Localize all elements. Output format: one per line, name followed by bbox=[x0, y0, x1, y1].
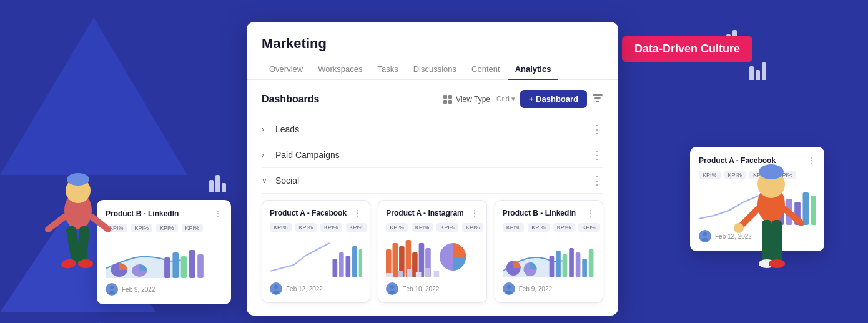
svg-rect-32 bbox=[569, 248, 574, 277]
view-type-button[interactable]: View Type Grid ▾ bbox=[443, 94, 515, 104]
svg-rect-31 bbox=[562, 254, 567, 277]
tab-overview[interactable]: Overview bbox=[262, 59, 310, 80]
kpi-badge: KPI% bbox=[131, 224, 153, 232]
page-title: Marketing bbox=[262, 36, 603, 52]
user-icon bbox=[700, 231, 710, 241]
facebook-chart bbox=[270, 237, 362, 277]
social-label: Social bbox=[275, 176, 591, 186]
leads-dots-menu[interactable]: ⋮ bbox=[591, 124, 603, 135]
svg-point-71 bbox=[734, 223, 744, 233]
svg-point-69 bbox=[759, 164, 784, 179]
svg-rect-6 bbox=[346, 256, 351, 277]
kpi-badge: KPI% bbox=[346, 223, 368, 232]
svg-rect-24 bbox=[434, 271, 440, 277]
instagram-card[interactable]: Product A - Instagram ⋮ KPI% KPI% KPI% K… bbox=[378, 200, 486, 303]
instagram-card-footer: Feb 10, 2022 bbox=[386, 282, 478, 295]
social-dots-menu[interactable]: ⋮ bbox=[591, 175, 603, 186]
svg-point-36 bbox=[507, 285, 511, 289]
paid-campaigns-label: Paid Campaigns bbox=[275, 150, 591, 160]
card-header: Marketing Overview Workspaces Tasks Disc… bbox=[247, 22, 618, 80]
float-left-footer: Feb 9, 2022 bbox=[106, 283, 222, 296]
linkedin-date: Feb 9, 2022 bbox=[519, 286, 552, 292]
float-left-chart bbox=[106, 237, 222, 278]
facebook-card-menu[interactable]: ⋮ bbox=[353, 208, 362, 218]
nav-tabs: Overview Workspaces Tasks Discussions Co… bbox=[247, 59, 618, 80]
kpi-badge: KPI% bbox=[156, 224, 178, 232]
svg-point-9 bbox=[274, 285, 278, 289]
float-left-header: Product B - LinkedIn ⋮ bbox=[106, 209, 222, 219]
instagram-chart bbox=[386, 237, 478, 277]
kpi-badge: KPI% bbox=[503, 223, 525, 232]
facebook-card[interactable]: Product A - Facebook ⋮ KPI% KPI% KPI% KP… bbox=[262, 200, 370, 303]
add-dashboard-button[interactable]: + Dashboard bbox=[520, 90, 587, 108]
user-icon bbox=[387, 284, 397, 294]
linkedin-card[interactable]: Product B - LinkedIn ⋮ KPI% KPI% KPI% KP… bbox=[495, 200, 603, 303]
linkedin-card-footer: Feb 9, 2022 bbox=[503, 282, 595, 295]
tab-workspaces[interactable]: Workspaces bbox=[310, 59, 370, 80]
tab-tasks[interactable]: Tasks bbox=[370, 59, 405, 80]
kpi-badge: KPI% bbox=[436, 223, 458, 232]
svg-rect-33 bbox=[575, 252, 580, 277]
linkedin-card-header: Product B - LinkedIn ⋮ bbox=[503, 208, 595, 218]
chevron-right-icon: › bbox=[262, 125, 270, 134]
svg-rect-12 bbox=[393, 243, 398, 277]
avatar bbox=[270, 282, 282, 295]
svg-rect-29 bbox=[549, 256, 554, 277]
facebook-card-footer: Feb 12, 2022 bbox=[270, 282, 362, 295]
svg-point-53 bbox=[702, 238, 708, 241]
svg-rect-44 bbox=[197, 254, 204, 278]
svg-rect-0 bbox=[443, 95, 447, 99]
float-left-date: Feb 9, 2022 bbox=[122, 286, 155, 293]
bar-chart-icon-left bbox=[209, 175, 226, 192]
instagram-date: Feb 10, 2022 bbox=[402, 286, 439, 292]
svg-rect-3 bbox=[448, 100, 452, 104]
svg-rect-8 bbox=[359, 249, 363, 277]
svg-point-25 bbox=[390, 285, 394, 289]
dashboards-header: Dashboards View Type Grid ▾ + Dashboard bbox=[262, 90, 603, 108]
list-item-paid-campaigns[interactable]: › Paid Campaigns ⋮ bbox=[262, 142, 603, 168]
tab-discussions[interactable]: Discussions bbox=[406, 59, 464, 80]
linkedin-card-menu[interactable]: ⋮ bbox=[586, 208, 595, 218]
svg-rect-64 bbox=[762, 220, 772, 264]
svg-rect-19 bbox=[386, 273, 393, 277]
svg-line-62 bbox=[92, 217, 108, 229]
paid-campaigns-dots-menu[interactable]: ⋮ bbox=[591, 149, 603, 161]
character-right bbox=[727, 136, 815, 323]
dashboard-cards: Product A - Facebook ⋮ KPI% KPI% KPI% KP… bbox=[262, 200, 603, 303]
grid-icon bbox=[443, 94, 453, 104]
kpi-badge: KPI% bbox=[386, 223, 408, 232]
svg-rect-56 bbox=[76, 226, 89, 264]
svg-rect-23 bbox=[425, 268, 431, 277]
instagram-card-header: Product A - Instagram ⋮ bbox=[386, 208, 478, 218]
svg-rect-22 bbox=[416, 272, 422, 277]
list-item-leads[interactable]: › Leads ⋮ bbox=[262, 117, 603, 142]
instagram-card-title: Product A - Instagram bbox=[386, 209, 470, 217]
facebook-date: Feb 12, 2022 bbox=[286, 286, 323, 292]
tab-content[interactable]: Content bbox=[464, 59, 508, 80]
svg-rect-5 bbox=[339, 252, 344, 277]
instagram-card-menu[interactable]: ⋮ bbox=[470, 208, 479, 218]
view-type-label: View Type bbox=[456, 95, 490, 104]
svg-rect-34 bbox=[582, 259, 587, 277]
data-driven-badge: Data-Driven Culture bbox=[622, 36, 752, 62]
svg-rect-4 bbox=[332, 259, 337, 277]
svg-point-58 bbox=[78, 259, 93, 268]
svg-rect-1 bbox=[448, 95, 452, 99]
filter-svg bbox=[592, 92, 603, 104]
float-left-menu[interactable]: ⋮ bbox=[214, 209, 222, 219]
kpi-badge: KPI% bbox=[320, 223, 342, 232]
float-left-kpi: KPI% KPI% KPI% KPI% bbox=[106, 224, 222, 232]
svg-point-67 bbox=[769, 259, 785, 268]
svg-point-26 bbox=[389, 291, 395, 294]
filter-icon[interactable] bbox=[592, 92, 603, 106]
svg-rect-43 bbox=[189, 250, 195, 278]
leads-label: Leads bbox=[275, 124, 591, 134]
linkedin-card-title: Product B - LinkedIn bbox=[503, 209, 586, 217]
user-icon bbox=[504, 284, 514, 294]
kpi-badge: KPI% bbox=[295, 223, 317, 232]
svg-rect-42 bbox=[181, 256, 187, 278]
avatar bbox=[699, 230, 711, 242]
list-item-social[interactable]: ∨ Social ⋮ bbox=[262, 168, 603, 194]
tab-analytics[interactable]: Analytics bbox=[508, 59, 559, 80]
svg-point-37 bbox=[506, 291, 512, 294]
